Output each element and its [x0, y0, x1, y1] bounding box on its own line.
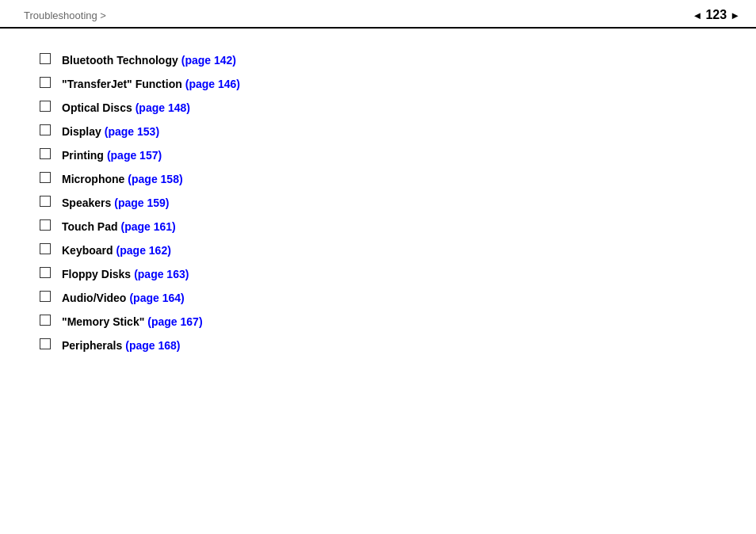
toc-list: Bluetooth Technology (page 142)"Transfer… — [40, 52, 724, 352]
checkbox-icon — [40, 53, 51, 64]
list-item: "Memory Stick" (page 167) — [40, 314, 724, 328]
item-page-link[interactable]: (page 162) — [116, 244, 171, 257]
page-number-area: ◄ 123 ► — [693, 8, 740, 22]
list-item: Audio/Video (page 164) — [40, 290, 724, 304]
item-page-link[interactable]: (page 163) — [134, 268, 189, 280]
arrow-left-icon: ◄ — [693, 10, 703, 21]
checkbox-icon — [40, 101, 51, 112]
page-header: Troubleshooting > ◄ 123 ► — [0, 0, 756, 29]
list-item: Floppy Disks (page 163) — [40, 266, 724, 280]
item-label: "Memory Stick" — [62, 315, 144, 328]
checkbox-icon — [40, 219, 51, 231]
checkbox-icon — [40, 243, 51, 254]
item-label: Keyboard — [62, 244, 113, 257]
item-page-link[interactable]: (page 161) — [121, 220, 176, 233]
list-item: Speakers (page 159) — [40, 195, 724, 209]
item-label: Peripherals — [62, 339, 122, 352]
checkbox-icon — [40, 148, 51, 159]
item-page-link[interactable]: (page 146) — [185, 78, 240, 90]
item-label: Printing — [62, 149, 104, 162]
item-label: Floppy Disks — [62, 268, 131, 280]
list-item: Peripherals (page 168) — [40, 338, 724, 352]
item-page-link[interactable]: (page 148) — [136, 101, 190, 114]
item-page-link[interactable]: (page 159) — [114, 196, 169, 209]
item-page-link[interactable]: (page 157) — [107, 149, 162, 162]
item-page-link[interactable]: (page 168) — [125, 339, 180, 352]
checkbox-icon — [40, 267, 51, 278]
checkbox-icon — [40, 291, 51, 302]
item-page-link[interactable]: (page 167) — [147, 315, 202, 328]
checkbox-icon — [40, 315, 51, 326]
arrow-right-icon: ► — [730, 10, 740, 21]
breadcrumb: Troubleshooting > — [24, 10, 106, 21]
list-item: Touch Pad (page 161) — [40, 219, 724, 233]
item-label: Bluetooth Technology — [62, 54, 178, 67]
checkbox-icon — [40, 338, 51, 349]
list-item: Bluetooth Technology (page 142) — [40, 52, 724, 67]
main-content: Bluetooth Technology (page 142)"Transfer… — [0, 29, 756, 377]
item-label: Display — [62, 125, 101, 138]
item-page-link[interactable]: (page 158) — [128, 173, 182, 185]
page-number: 123 — [705, 8, 727, 22]
list-item: Optical Discs (page 148) — [40, 100, 724, 114]
checkbox-icon — [40, 172, 51, 183]
item-page-link[interactable]: (page 142) — [181, 54, 236, 67]
checkbox-icon — [40, 77, 51, 88]
list-item: Keyboard (page 162) — [40, 242, 724, 257]
list-item: Microphone (page 158) — [40, 171, 724, 185]
item-label: Speakers — [62, 196, 111, 209]
list-item: Display (page 153) — [40, 124, 724, 138]
list-item: Printing (page 157) — [40, 147, 724, 162]
item-label: Optical Discs — [62, 101, 132, 114]
item-label: "TransferJet" Function — [62, 78, 182, 90]
checkbox-icon — [40, 124, 51, 135]
item-label: Touch Pad — [62, 220, 118, 233]
item-page-link[interactable]: (page 164) — [129, 292, 184, 304]
item-label: Audio/Video — [62, 292, 126, 304]
item-label: Microphone — [62, 173, 124, 185]
list-item: "TransferJet" Function (page 146) — [40, 76, 724, 90]
item-page-link[interactable]: (page 153) — [105, 125, 159, 138]
checkbox-icon — [40, 196, 51, 207]
